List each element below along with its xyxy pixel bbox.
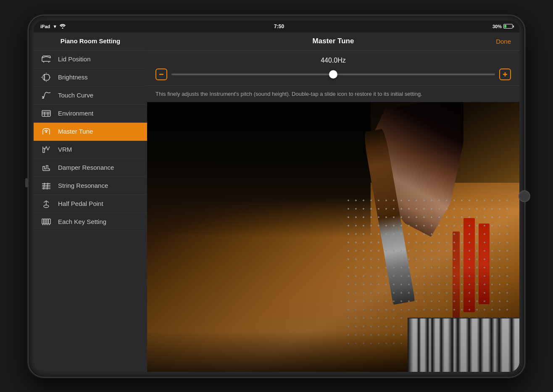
svg-rect-6 [46,219,48,224]
damper-resonance-icon [40,163,52,172]
status-right: 30% [492,24,513,29]
done-button[interactable]: Done [494,38,511,45]
sidebar-header: Piano Room Setting [34,32,147,50]
sidebar-item-lid-position[interactable]: Lid Position [34,50,147,68]
depth-overlay [147,102,519,372]
battery-indicator [503,24,513,29]
svg-point-3 [44,205,49,208]
svg-rect-1 [42,110,50,116]
sidebar-item-vrm[interactable]: VRM [34,141,147,159]
sidebar: Piano Room Setting Lid Position Brightne… [34,32,147,372]
sidebar-item-brightness[interactable]: Brightness [34,68,147,87]
brightness-icon [40,73,52,82]
status-time: 7:50 [274,24,284,29]
tune-value: 440.0Hz [155,57,511,64]
svg-point-0 [62,28,63,29]
sidebar-label-each-key-setting: Each Key Setting [58,218,106,225]
sidebar-label-vrm: VRM [58,146,72,153]
half-pedal-icon [40,199,52,208]
slider-row [155,68,511,80]
battery-fill [504,25,506,28]
sidebar-item-touch-curve[interactable]: Touch Curve [34,87,147,105]
device-name: iPad [40,24,50,29]
sidebar-label-touch-curve: Touch Curve [58,92,93,99]
sidebar-item-each-key-setting[interactable]: Each Key Setting [34,213,147,231]
each-key-icon [40,217,52,226]
svg-rect-7 [48,219,50,224]
touch-curve-icon [40,91,52,100]
panel-header: Master Tune Done [147,32,519,51]
master-tune-icon [40,127,52,136]
sidebar-label-master-tune: Master Tune [58,128,93,135]
sidebar-item-half-pedal-point[interactable]: Half Pedal Point [34,195,147,213]
battery-percent: 30% [492,24,502,29]
sidebar-label-half-pedal-point: Half Pedal Point [58,200,103,207]
sidebar-item-damper-resonance[interactable]: Damper Resonance [34,159,147,177]
sidebar-label-brightness: Brightness [58,74,88,81]
plus-icon [502,71,508,77]
svg-rect-5 [44,219,46,224]
svg-point-2 [45,131,47,133]
environment-icon [40,109,52,118]
sidebar-item-environment[interactable]: Environment [34,105,147,123]
vrm-icon [40,145,52,154]
lid-icon [40,55,52,64]
status-bar: iPad ▼︎ 7:50 30% [34,21,519,32]
minus-button[interactable] [155,68,167,80]
sidebar-label-string-resonance: String Resonance [58,182,108,189]
slider-thumb[interactable] [329,70,337,79]
tune-slider[interactable] [171,74,495,75]
side-button[interactable] [25,178,28,187]
sidebar-label-environment: Environment [58,110,93,117]
sidebar-item-string-resonance[interactable]: String Resonance [34,177,147,195]
status-left: iPad ▼︎ [40,24,66,29]
sidebar-label-damper-resonance: Damper Resonance [58,164,114,171]
device-screen: iPad ▼︎ 7:50 30% Piano Room Setting [34,21,519,372]
description-text: This finely adjusts the Instrument's pit… [155,91,422,97]
ipad-frame: iPad ▼︎ 7:50 30% Piano Room Setting [29,16,524,377]
plus-button[interactable] [499,68,511,80]
home-button[interactable] [519,190,530,202]
panel-title: Master Tune [172,37,494,45]
wifi-icon: ▼︎ [53,24,57,29]
right-panel: Master Tune Done 440.0Hz [147,32,519,372]
string-resonance-icon [40,181,52,190]
sidebar-title: Piano Room Setting [61,37,121,45]
wifi-signal-icon [60,24,66,29]
description-area: This finely adjusts the Instrument's pit… [147,86,519,102]
piano-image-area [147,102,519,372]
sidebar-label-lid-position: Lid Position [58,55,91,63]
main-content: Piano Room Setting Lid Position Brightne… [34,32,519,372]
piano-visual [147,102,519,372]
tune-control: 440.0Hz [147,51,519,86]
sidebar-item-master-tune[interactable]: Master Tune [34,123,147,141]
svg-rect-4 [42,219,44,224]
minus-icon [158,71,164,77]
